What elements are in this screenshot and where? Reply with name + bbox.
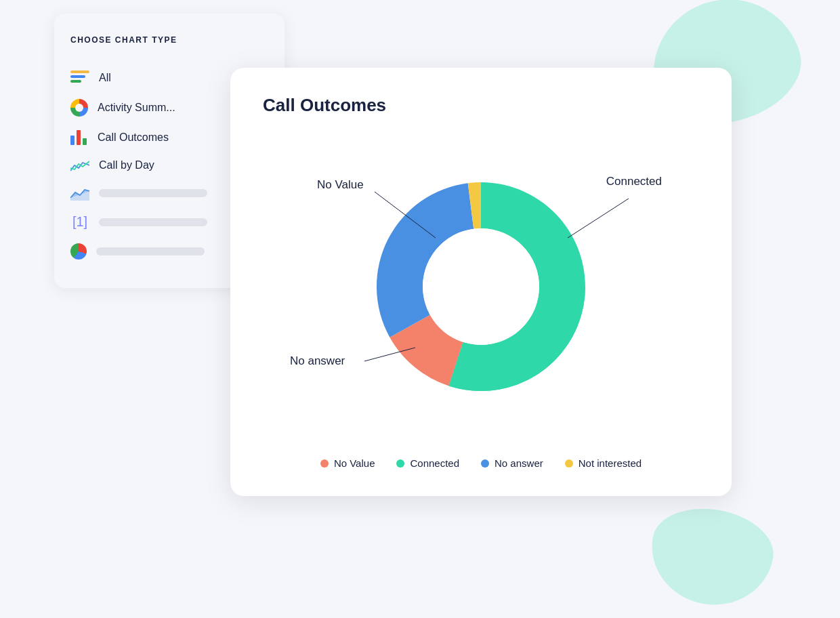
sidebar-item-label-call-by-day: Call by Day [99, 159, 154, 171]
legend-label-connected: Connected [410, 457, 459, 469]
connected-label: Connected [606, 175, 662, 188]
legend-dot-no-value [320, 459, 329, 468]
card-title: Call Outcomes [263, 95, 699, 116]
no-answer-line [364, 348, 415, 361]
legend-item-connected: Connected [396, 457, 459, 469]
chart-area: No Value Connected No answer [263, 138, 699, 436]
pie-chart-icon [70, 243, 87, 260]
legend-item-no-value: No Value [320, 457, 375, 469]
legend-item-not-interested: Not interested [565, 457, 642, 469]
no-answer-label: No answer [290, 354, 345, 368]
legend-dot-connected [396, 459, 404, 468]
connected-line [568, 199, 629, 238]
legend-dot-no-answer [481, 459, 489, 468]
no-value-label: No Value [317, 178, 364, 192]
activity-icon [70, 99, 88, 117]
table-icon: [1] [70, 214, 89, 230]
legend-label-no-answer: No answer [495, 457, 543, 469]
sidebar-item-placeholder-area [99, 189, 207, 197]
main-card: Call Outcomes [230, 68, 732, 496]
legend-dot-not-interested [565, 459, 573, 468]
decorative-blob-bottom [643, 499, 780, 614]
sidebar-item-placeholder-table [99, 218, 207, 226]
sidebar-title: CHOOSE CHART TYPE [70, 35, 268, 45]
svg-marker-0 [70, 190, 89, 201]
no-value-line [375, 192, 436, 238]
sidebar-item-label-call-outcomes: Call Outcomes [98, 131, 169, 144]
legend-label-no-value: No Value [334, 457, 375, 469]
chart-legend: No Value Connected No answer Not interes… [263, 452, 699, 469]
line-chart-icon [70, 159, 89, 172]
sidebar-item-label-activity: Activity Summ... [98, 102, 175, 114]
all-icon [70, 70, 89, 85]
sidebar-item-placeholder-pie [96, 247, 205, 255]
bar-chart-icon [70, 130, 88, 145]
sidebar-item-label-all: All [99, 72, 111, 84]
area-chart-icon [70, 186, 89, 201]
legend-label-not-interested: Not interested [579, 457, 642, 469]
legend-item-no-answer: No answer [481, 457, 543, 469]
